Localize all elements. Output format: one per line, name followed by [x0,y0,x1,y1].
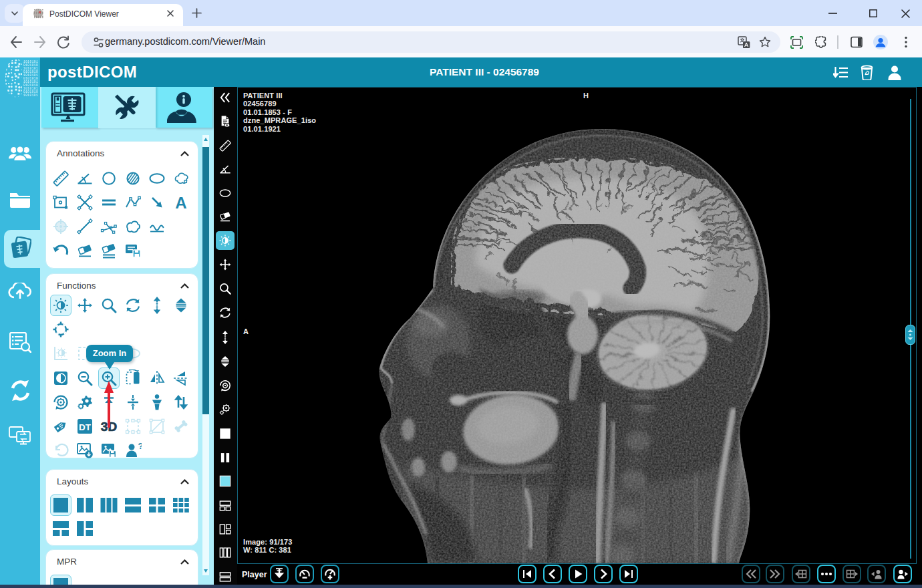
svg-text:?: ? [138,442,142,451]
svg-text:DT: DT [79,422,92,432]
svg-text:A: A [175,194,186,211]
svg-text:1010101: 1010101 [23,94,38,97]
svg-text:×: × [109,224,112,231]
